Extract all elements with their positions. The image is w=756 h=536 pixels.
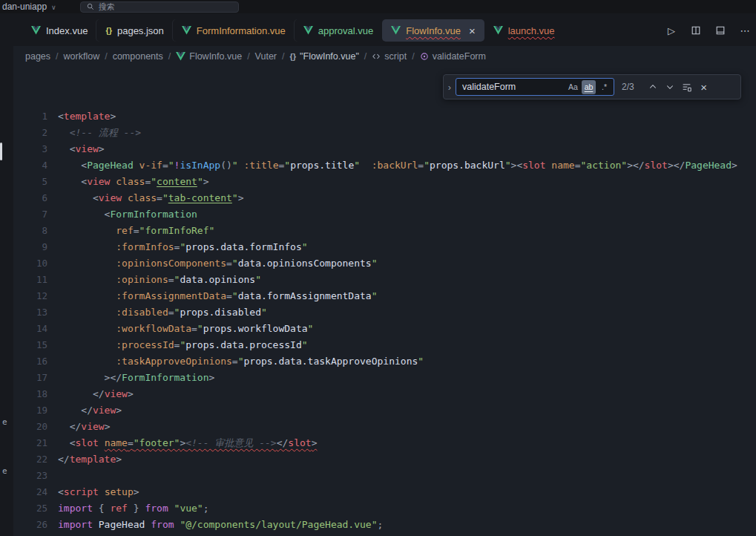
code-line[interactable]: 23 — [13, 468, 756, 484]
code-line[interactable]: 16 :taskApproveOpinions="props.data.task… — [13, 353, 756, 370]
code-line[interactable]: 15 :processId="props.data.processId" — [13, 337, 756, 353]
code-line[interactable]: 12 :formAssignmentData="data.formAssignm… — [13, 288, 756, 304]
line-number: 11 — [13, 272, 58, 288]
code-line[interactable]: 20 </view> — [13, 419, 756, 435]
next-match-button[interactable] — [663, 79, 677, 94]
code-line[interactable]: 4 <PageHead v-if="!isInApp()" :title="pr… — [13, 157, 756, 174]
more-actions-button[interactable]: ⋯ — [738, 24, 752, 37]
line-number: 8 — [13, 223, 58, 239]
code-line[interactable]: 10 :opinionsComponents="data.opinionsCom… — [13, 255, 756, 272]
breadcrumb-separator: / — [56, 51, 58, 62]
code-line[interactable]: 8 ref="formInfoRef" — [13, 223, 756, 239]
code-line[interactable]: 14 :workflowData="props.workflowData" — [13, 321, 756, 337]
line-number: 16 — [13, 353, 58, 370]
tab-FlowInfo.vue[interactable]: FlowInfo.vue× — [382, 19, 484, 42]
breadcrumb-item[interactable]: workflow — [64, 51, 100, 62]
sidebar-clipped-text: e — [2, 417, 7, 427]
code-line[interactable]: 2 <!-- 流程 --> — [13, 125, 756, 141]
project-name[interactable]: dan-uniapp — [2, 1, 47, 12]
tab-Index.vue[interactable]: Index.vue — [22, 19, 96, 42]
tab-bar: Index.vue{}pages.jsonFormInformation.vue… — [13, 13, 756, 46]
breadcrumb-item[interactable]: script — [372, 51, 407, 62]
customize-layout-button[interactable] — [714, 24, 727, 37]
line-number: 6 — [13, 190, 58, 206]
find-results-count: 2/3 — [622, 82, 634, 92]
breadcrumb-item[interactable]: {}"FlowInfo.vue" — [290, 51, 359, 62]
tab-label: FormInformation.vue — [197, 25, 286, 36]
line-number: 13 — [13, 304, 58, 321]
search-icon — [87, 3, 94, 10]
active-file-indicator — [0, 143, 2, 160]
tab-label: Index.vue — [46, 25, 88, 36]
code-line[interactable]: 25import { ref } from "vue"; — [13, 500, 756, 517]
vue-file-icon — [182, 26, 191, 35]
breadcrumb-item[interactable]: pages — [25, 51, 50, 62]
tab-pages.json[interactable]: {}pages.json — [96, 19, 172, 42]
match-case-toggle[interactable]: Aa — [566, 80, 580, 94]
line-number: 7 — [13, 206, 58, 223]
previous-match-button[interactable] — [645, 79, 660, 94]
line-number: 3 — [13, 141, 58, 157]
breadcrumb-item[interactable]: validateForm — [420, 51, 486, 62]
line-number: 26 — [13, 517, 58, 533]
code-line[interactable]: 11 :opinions="data.opinions" — [13, 272, 756, 288]
line-number: 19 — [13, 402, 58, 419]
line-number: 4 — [13, 157, 58, 174]
braces-icon: {} — [290, 52, 297, 61]
code-line[interactable]: 26import PageHead from "@/components/lay… — [13, 517, 756, 533]
code-line[interactable]: 19 </view> — [13, 402, 756, 419]
line-number: 22 — [13, 451, 58, 468]
editor-actions: ▷ ⋯ — [665, 24, 753, 37]
close-find-button[interactable]: × — [697, 79, 711, 94]
find-in-selection-button[interactable] — [680, 79, 694, 94]
vscode-window: dan-uniapp ∨ 搜索 e e Index.vue{}pages.jso… — [0, 0, 756, 536]
run-button[interactable]: ▷ — [665, 24, 678, 37]
tab-FormInformation.vue[interactable]: FormInformation.vue — [173, 19, 295, 42]
code-editor[interactable]: › Aa ab .* 2/3 — [13, 67, 756, 536]
line-number: 23 — [13, 468, 58, 484]
regex-toggle[interactable]: .* — [597, 80, 611, 94]
breadcrumb-item[interactable]: FlowInfo.vue — [176, 51, 242, 62]
code-line[interactable]: 9 :formInfos="props.data.formInfos" — [13, 239, 756, 255]
line-number: 9 — [13, 239, 58, 255]
tab-launch.vue[interactable]: launch.vue — [484, 19, 564, 42]
find-input[interactable] — [462, 82, 565, 92]
close-icon[interactable]: × — [469, 25, 476, 36]
code-line[interactable]: 13 :disabled="props.disabled" — [13, 304, 756, 321]
vue-file-icon — [303, 26, 313, 35]
code-line[interactable]: 18 </view> — [13, 386, 756, 402]
breadcrumb-item[interactable]: components — [113, 51, 163, 62]
whole-word-toggle[interactable]: ab — [582, 80, 596, 94]
code-line[interactable]: 22</template> — [13, 451, 756, 468]
breadcrumb-item[interactable]: Vuter — [255, 51, 277, 62]
line-number: 2 — [13, 125, 58, 141]
code-line[interactable]: 3 <view> — [13, 141, 756, 157]
code-line[interactable]: 21 <slot name="footer"><!-- 审批意见 --></sl… — [13, 435, 756, 451]
code-line[interactable]: 5 <view class="content"> — [13, 174, 756, 190]
breadcrumb-separator: / — [364, 51, 367, 62]
script-icon — [372, 52, 381, 61]
code-line[interactable]: 6 <view class="tab-content"> — [13, 190, 756, 206]
breadcrumb: pages/workflow/components/FlowInfo.vue/V… — [13, 46, 756, 67]
command-center-search[interactable]: 搜索 — [80, 1, 239, 13]
toggle-replace-chevron-icon[interactable]: › — [444, 82, 456, 93]
sidebar-clipped-text: e — [2, 466, 7, 476]
breadcrumb-separator: / — [412, 51, 414, 62]
sidebar-strip[interactable]: e e — [0, 13, 13, 536]
code-line[interactable]: 7 <FormInformation — [13, 206, 756, 223]
split-editor-button[interactable] — [689, 24, 703, 37]
code-line[interactable]: 24<script setup> — [13, 484, 756, 500]
breadcrumb-separator: / — [105, 51, 107, 62]
breadcrumb-separator: / — [168, 51, 171, 62]
chevron-down-icon[interactable]: ∨ — [51, 4, 56, 11]
code-line[interactable]: 1<template> — [13, 108, 756, 125]
code-line[interactable]: 17 ></FormInformation> — [13, 370, 756, 386]
vue-icon — [176, 52, 185, 61]
breadcrumb-separator: / — [247, 51, 249, 62]
vue-file-icon — [493, 26, 503, 35]
tab-approval.vue[interactable]: approval.vue — [295, 19, 382, 42]
json-file-icon: {} — [105, 26, 112, 35]
code-lines: 1<template>2 <!-- 流程 -->3 <view>4 <PageH… — [13, 67, 756, 533]
find-input-wrap: Aa ab .* — [456, 78, 614, 96]
line-number: 12 — [13, 288, 58, 304]
